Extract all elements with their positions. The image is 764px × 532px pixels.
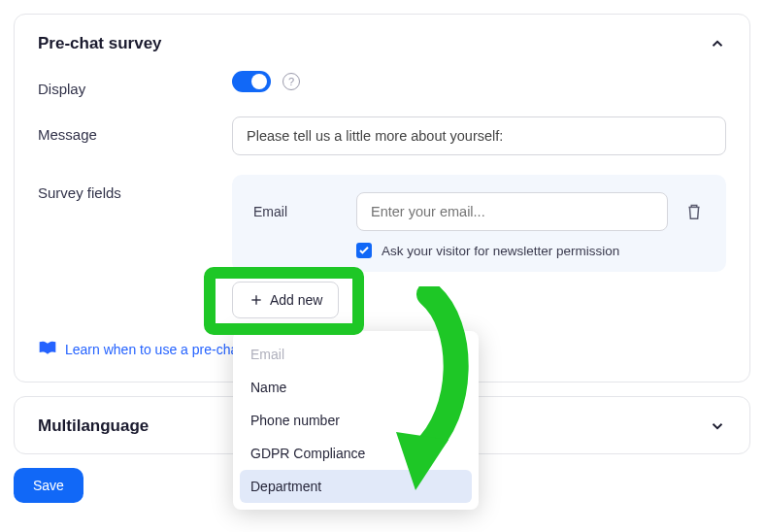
survey-fields-label: Survey fields <box>38 175 232 201</box>
plus-icon <box>249 292 264 308</box>
add-new-label: Add new <box>270 292 322 308</box>
survey-fields-row: Survey fields Email <box>38 175 726 272</box>
chevron-down-icon <box>709 417 726 435</box>
display-label: Display <box>38 71 232 97</box>
dropdown-item-name[interactable]: Name <box>240 371 472 404</box>
message-input[interactable] <box>232 116 726 155</box>
prechat-survey-panel: Pre-chat survey Display ? Message Survey… <box>14 14 750 382</box>
panel-title: Pre-chat survey <box>38 34 162 53</box>
newsletter-label: Ask your visitor for newsletter permissi… <box>382 244 619 258</box>
message-label: Message <box>38 116 232 143</box>
help-icon[interactable]: ? <box>282 73 300 90</box>
fields-panel: Email Ask your visitor for newsletter p <box>232 175 726 272</box>
message-row: Message <box>38 116 726 155</box>
save-button[interactable]: Save <box>14 468 83 503</box>
field-type-dropdown: Email Name Phone number GDPR Compliance … <box>233 331 479 510</box>
field-label: Email <box>253 204 341 219</box>
dropdown-item-department[interactable]: Department <box>240 470 472 503</box>
field-row-email: Email <box>253 192 705 231</box>
chevron-up-icon <box>709 35 726 52</box>
book-icon <box>38 340 57 358</box>
dropdown-item-gdpr[interactable]: GDPR Compliance <box>240 437 472 470</box>
display-row: Display ? <box>38 71 726 97</box>
newsletter-checkbox[interactable] <box>356 243 372 258</box>
add-new-button[interactable]: Add new <box>232 282 339 318</box>
newsletter-row: Ask your visitor for newsletter permissi… <box>356 243 705 258</box>
multilanguage-title: Multilanguage <box>38 416 149 436</box>
trash-icon[interactable] <box>683 201 705 222</box>
dropdown-item-phone[interactable]: Phone number <box>240 404 472 437</box>
display-toggle[interactable] <box>232 71 271 92</box>
prechat-survey-header[interactable]: Pre-chat survey <box>15 15 749 71</box>
email-field-input[interactable] <box>356 192 668 231</box>
dropdown-item-email[interactable]: Email <box>240 338 472 371</box>
